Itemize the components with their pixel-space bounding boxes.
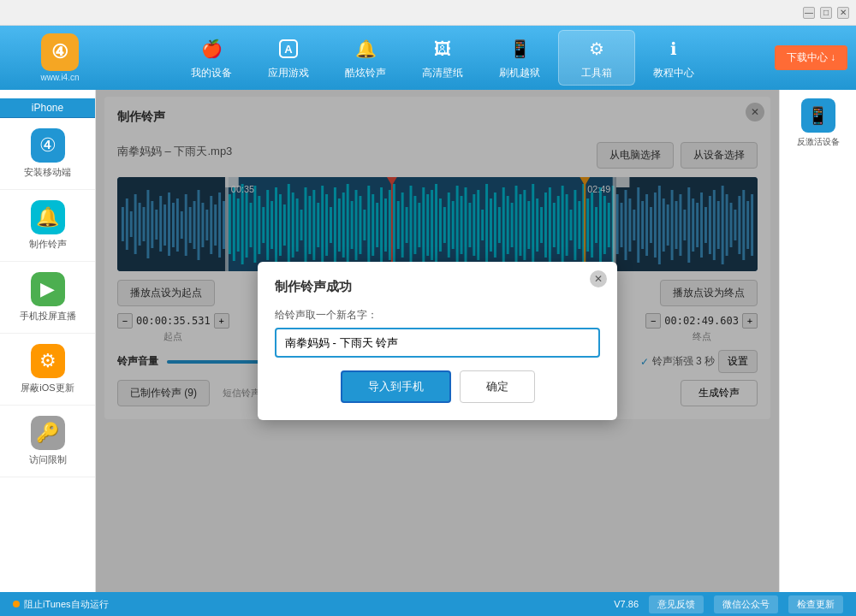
tutorial-icon: ℹ bbox=[660, 35, 687, 62]
block-ios-icon: ⚙ bbox=[31, 344, 65, 378]
toolbox-icon: ⚙ bbox=[583, 35, 610, 62]
version-text: V7.86 bbox=[614, 599, 639, 609]
install-app-icon: ④ bbox=[31, 128, 65, 163]
access-limit-icon: 🔑 bbox=[31, 416, 65, 450]
nav-ringtone-label: 酷炫铃声 bbox=[345, 66, 386, 80]
right-panel-anti-activate[interactable]: 📱 反激活设备 bbox=[797, 98, 840, 148]
sidebar-item-make-ringtone[interactable]: 🔔 制作铃声 bbox=[0, 190, 95, 262]
modal-name-input[interactable] bbox=[275, 328, 600, 358]
sidebar-tab[interactable]: iPhone bbox=[0, 98, 95, 118]
title-bar: — □ ✕ bbox=[0, 0, 856, 26]
nav-items: 🍎 我的设备 A 应用游戏 🔔 酷炫铃声 🖼 高清壁纸 📱 刷机越狱 ⚙ bbox=[111, 30, 775, 86]
content-area: 制作铃声 ✕ 南拳妈妈 – 下雨天.mp3 从电脑选择 从设备选择 bbox=[96, 90, 779, 592]
nav-my-device-label: 我的设备 bbox=[191, 66, 232, 80]
jailbreak-icon: 📱 bbox=[506, 35, 533, 62]
minimize-button[interactable]: — bbox=[803, 7, 815, 19]
nav-tutorial[interactable]: ℹ 教程中心 bbox=[635, 30, 712, 86]
feedback-button[interactable]: 意见反馈 bbox=[649, 595, 704, 613]
nav-app-game-label: 应用游戏 bbox=[268, 66, 309, 80]
download-center-button[interactable]: 下载中心 ↓ bbox=[775, 45, 847, 70]
sidebar-screen-mirror-label: 手机投屏直播 bbox=[20, 310, 76, 323]
top-nav: ④ www.i4.cn 🍎 我的设备 A 应用游戏 🔔 酷炫铃声 🖼 高清壁纸 … bbox=[0, 26, 856, 90]
nav-jailbreak-label: 刷机越狱 bbox=[499, 66, 540, 80]
wechat-button[interactable]: 微信公众号 bbox=[714, 595, 778, 613]
modal-title: 制作铃声成功 bbox=[275, 279, 600, 295]
wallpaper-icon: 🖼 bbox=[429, 35, 456, 62]
make-ringtone-icon: 🔔 bbox=[31, 200, 65, 234]
anti-activate-icon: 📱 bbox=[801, 98, 835, 133]
import-to-phone-button[interactable]: 导入到手机 bbox=[341, 370, 451, 403]
sidebar-item-access-limit[interactable]: 🔑 访问限制 bbox=[0, 406, 95, 477]
status-bar: 阻止iTunes自动运行 V7.86 意见反馈 微信公众号 检查更新 bbox=[0, 592, 856, 616]
sidebar-install-app-label: 安装移动端 bbox=[24, 166, 71, 179]
maximize-button[interactable]: □ bbox=[820, 7, 832, 19]
nav-toolbox-label: 工具箱 bbox=[581, 66, 612, 80]
anti-activate-label: 反激活设备 bbox=[797, 136, 840, 148]
nav-wallpaper-label: 高清壁纸 bbox=[422, 66, 463, 80]
status-right: V7.86 意见反馈 微信公众号 检查更新 bbox=[614, 595, 843, 613]
right-panel: 📱 反激活设备 bbox=[779, 90, 856, 592]
modal-confirm-button[interactable]: 确定 bbox=[460, 370, 535, 403]
svg-text:A: A bbox=[285, 43, 294, 56]
my-device-icon: 🍎 bbox=[198, 35, 225, 62]
modal-close-button[interactable]: ✕ bbox=[590, 270, 607, 287]
nav-jailbreak[interactable]: 📱 刷机越狱 bbox=[481, 30, 558, 86]
update-button[interactable]: 检查更新 bbox=[788, 595, 843, 613]
nav-wallpaper[interactable]: 🖼 高清壁纸 bbox=[404, 30, 481, 86]
nav-tutorial-label: 教程中心 bbox=[653, 66, 694, 80]
itunes-status-text: 阻止iTunes自动运行 bbox=[24, 598, 109, 611]
sidebar-block-ios-label: 屏蔽iOS更新 bbox=[21, 382, 74, 394]
app-game-icon: A bbox=[275, 35, 302, 62]
screen-mirror-icon: ▶ bbox=[31, 272, 65, 306]
sidebar-access-limit-label: 访问限制 bbox=[29, 453, 67, 466]
close-button[interactable]: ✕ bbox=[837, 7, 849, 19]
success-modal: 制作铃声成功 ✕ 给铃声取一个新名字： 导入到手机 确定 bbox=[258, 262, 617, 420]
modal-input-label: 给铃声取一个新名字： bbox=[275, 308, 600, 323]
sidebar-make-ringtone-label: 制作铃声 bbox=[29, 238, 67, 251]
nav-my-device[interactable]: 🍎 我的设备 bbox=[173, 30, 250, 86]
sidebar-item-screen-mirror[interactable]: ▶ 手机投屏直播 bbox=[0, 262, 95, 334]
logo-area: ④ www.i4.cn bbox=[9, 33, 111, 82]
modal-buttons: 导入到手机 确定 bbox=[275, 370, 600, 403]
main-area: iPhone ④ 安装移动端 🔔 制作铃声 ▶ 手机投屏直播 ⚙ 屏蔽iOS更新… bbox=[0, 90, 856, 592]
nav-ringtone[interactable]: 🔔 酷炫铃声 bbox=[327, 30, 404, 86]
sidebar-item-block-ios[interactable]: ⚙ 屏蔽iOS更新 bbox=[0, 334, 95, 406]
modal-overlay: 制作铃声成功 ✕ 给铃声取一个新名字： 导入到手机 确定 bbox=[96, 90, 779, 592]
status-dot-icon bbox=[13, 601, 20, 607]
logo-text: www.i4.cn bbox=[40, 73, 79, 82]
nav-app-game[interactable]: A 应用游戏 bbox=[250, 30, 327, 86]
nav-toolbox[interactable]: ⚙ 工具箱 bbox=[558, 30, 635, 86]
ringtone-icon: 🔔 bbox=[352, 35, 379, 62]
sidebar: iPhone ④ 安装移动端 🔔 制作铃声 ▶ 手机投屏直播 ⚙ 屏蔽iOS更新… bbox=[0, 90, 96, 592]
logo-icon: ④ bbox=[41, 33, 79, 71]
itunes-status: 阻止iTunes自动运行 bbox=[13, 598, 109, 611]
sidebar-item-install-app[interactable]: ④ 安装移动端 bbox=[0, 118, 95, 190]
